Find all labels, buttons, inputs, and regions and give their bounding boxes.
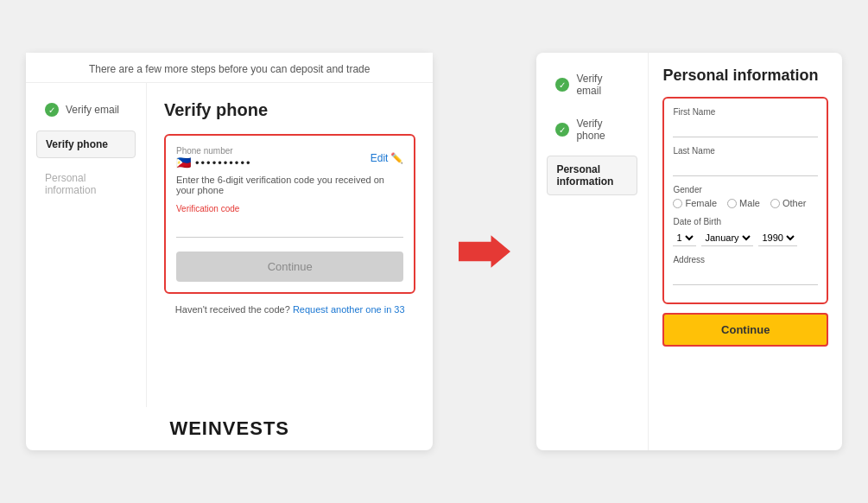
dob-year-select[interactable]: 1990	[758, 230, 797, 246]
radio-other-icon	[770, 199, 780, 208]
verification-code-label: Verification code	[176, 204, 403, 213]
gender-other-option[interactable]: Other	[770, 198, 807, 208]
right-sidebar-label-phone: Verify phone	[576, 118, 629, 142]
gender-other-label: Other	[782, 198, 807, 208]
dob-label: Date of Birth	[673, 217, 818, 226]
sidebar-item-personal-info[interactable]: Personal information	[36, 165, 136, 203]
verification-code-input[interactable]	[176, 217, 403, 238]
first-name-input[interactable]	[673, 119, 818, 137]
left-main-area: Verify phone Phone number 🇵🇭 •••••••••• …	[147, 83, 433, 407]
address-field: Address	[673, 255, 818, 285]
dob-month-select[interactable]: January	[701, 230, 753, 246]
first-name-label: First Name	[673, 107, 818, 117]
first-name-field: First Name	[673, 107, 818, 137]
phone-number-row: Phone number 🇵🇭 •••••••••• Edit ✏️	[176, 146, 403, 169]
gender-label: Gender	[673, 185, 818, 194]
main-container: There are a few more steps before you ca…	[0, 0, 868, 503]
right-sidebar: ✓ Verify email ✓ Verify phone Personal i…	[536, 53, 649, 450]
edit-label: Edit	[371, 152, 389, 164]
address-label: Address	[673, 255, 818, 264]
gender-male-option[interactable]: Male	[727, 198, 760, 208]
sidebar-item-verify-email[interactable]: ✓ Verify email	[36, 96, 136, 124]
last-name-label: Last Name	[673, 146, 818, 156]
dob-field: Date of Birth 1 January 1990	[673, 217, 818, 246]
check-icon-phone-right: ✓	[555, 123, 569, 137]
resend-prefix: Haven't received the code?	[175, 304, 290, 315]
phone-label: Phone number	[176, 146, 252, 156]
dob-day-select[interactable]: 1	[673, 230, 696, 246]
continue-button-left[interactable]: Continue	[176, 252, 403, 282]
phone-box: Phone number 🇵🇭 •••••••••• Edit ✏️ Enter…	[164, 134, 415, 294]
top-banner: There are a few more steps before you ca…	[26, 53, 433, 83]
instruction-text: Enter the 6-digit verification code you …	[176, 175, 403, 195]
radio-female-icon	[673, 199, 682, 208]
personal-info-title: Personal information	[662, 67, 828, 85]
phone-dots: ••••••••••	[195, 156, 252, 169]
gender-female-label: Female	[685, 198, 717, 208]
right-main-area: Personal information First Name Last Nam…	[649, 53, 842, 450]
sidebar-label-personal: Personal information	[45, 172, 127, 196]
sidebar-label-phone: Verify phone	[46, 138, 108, 150]
edit-icon: ✏️	[390, 152, 403, 164]
phone-flag: 🇵🇭	[176, 156, 191, 169]
gender-field: Gender Female Male Other	[673, 185, 818, 208]
left-panel: There are a few more steps before you ca…	[26, 53, 433, 450]
sidebar-label-email: Verify email	[66, 104, 119, 116]
left-content: ✓ Verify email Verify phone Personal inf…	[26, 83, 433, 407]
gender-male-label: Male	[739, 198, 760, 208]
right-sidebar-item-email[interactable]: ✓ Verify email	[547, 66, 637, 104]
right-sidebar-label-personal: Personal information	[556, 163, 628, 188]
right-sidebar-item-phone[interactable]: ✓ Verify phone	[547, 111, 637, 149]
banner-text: There are a few more steps before you ca…	[89, 63, 371, 75]
check-icon-email-right: ✓	[555, 78, 569, 92]
edit-button[interactable]: Edit ✏️	[371, 152, 404, 164]
gender-options-row: Female Male Other	[673, 198, 818, 208]
dob-row: 1 January 1990	[673, 230, 818, 246]
radio-male-icon	[727, 199, 737, 208]
arrow-container	[459, 226, 510, 277]
last-name-input[interactable]	[673, 158, 818, 176]
check-icon-email: ✓	[45, 103, 59, 117]
right-sidebar-item-personal[interactable]: Personal information	[547, 156, 637, 195]
phone-number-col: Phone number 🇵🇭 ••••••••••	[176, 146, 252, 169]
personal-info-form: First Name Last Name Gender Female	[662, 97, 828, 304]
right-panel: ✓ Verify email ✓ Verify phone Personal i…	[536, 53, 842, 450]
right-sidebar-label-email: Verify email	[576, 73, 629, 97]
left-sidebar: ✓ Verify email Verify phone Personal inf…	[26, 83, 147, 407]
svg-marker-0	[459, 235, 510, 268]
sidebar-item-verify-phone[interactable]: Verify phone	[36, 131, 136, 158]
brand-logo: WEINVESTS	[26, 407, 433, 450]
address-input[interactable]	[673, 267, 818, 285]
arrow-right-icon	[459, 226, 510, 277]
resend-text: Haven't received the code? Request anoth…	[164, 304, 415, 315]
verify-phone-title: Verify phone	[164, 100, 415, 120]
phone-number-value: 🇵🇭 ••••••••••	[176, 156, 252, 169]
gender-female-option[interactable]: Female	[673, 198, 717, 208]
last-name-field: Last Name	[673, 146, 818, 176]
continue-button-right[interactable]: Continue	[662, 313, 828, 347]
resend-link[interactable]: Request another one in 33	[293, 304, 405, 315]
